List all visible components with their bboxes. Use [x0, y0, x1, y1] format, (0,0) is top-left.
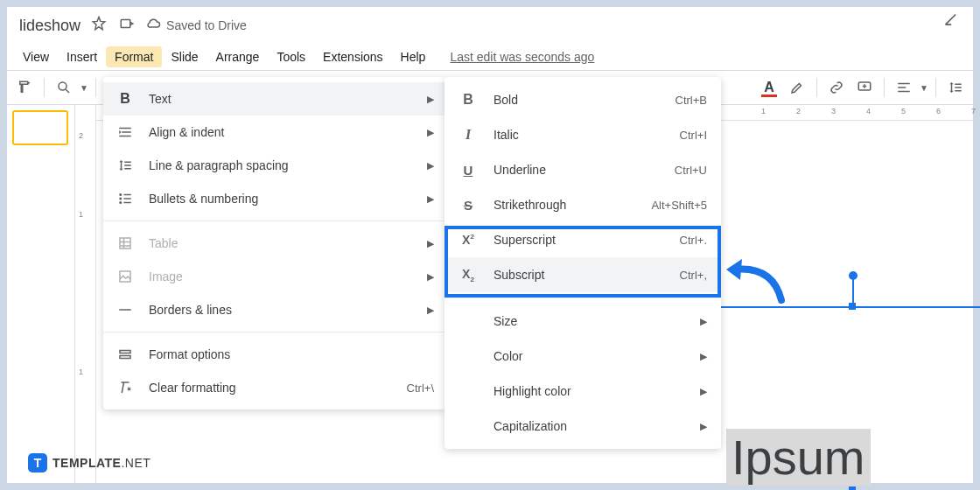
text-strike-item[interactable]: S Strikethrough Alt+Shift+5: [444, 187, 721, 222]
shortcut-label: Ctrl+B: [676, 94, 707, 107]
menu-label: Underline: [494, 163, 546, 177]
resize-handle[interactable]: [849, 486, 856, 490]
shortcut-label: Ctrl+U: [675, 164, 707, 177]
ruler-tick: 1: [761, 107, 766, 116]
separator: [884, 78, 885, 97]
format-text-item[interactable]: B Text ▶: [103, 82, 446, 116]
chevron-right-icon: ▶: [427, 127, 434, 138]
align-indent-icon: [116, 122, 135, 142]
text-color-item[interactable]: Color ▶: [444, 339, 721, 374]
shortcut-label: Ctrl+\: [407, 382, 434, 395]
text-italic-item[interactable]: I Italic Ctrl+I: [444, 117, 721, 152]
chevron-right-icon: ▶: [427, 271, 434, 283]
options-icon: [116, 345, 135, 364]
menu-label: Italic: [494, 128, 519, 142]
slide-thumbnail-1[interactable]: [12, 110, 68, 145]
text-box-selection[interactable]: Ipsum: [726, 306, 980, 490]
menu-divider: [103, 332, 446, 332]
menu-label: Format options: [149, 347, 230, 361]
link-icon[interactable]: [824, 75, 849, 100]
menu-label: Text: [149, 92, 172, 106]
format-clear-item[interactable]: Clear formatting Ctrl+\: [103, 371, 446, 404]
menu-label: Line & paragraph spacing: [149, 158, 289, 172]
chevron-icon[interactable]: [943, 12, 961, 33]
shortcut-label: Alt+Shift+5: [651, 199, 707, 212]
text-subscript-item[interactable]: X2 Subscript Ctrl+,: [444, 257, 721, 292]
menu-slide[interactable]: Slide: [162, 46, 206, 67]
paint-format-icon[interactable]: [12, 75, 37, 100]
superscript-icon: X2: [458, 230, 478, 249]
format-image-item: Image ▶: [103, 260, 446, 293]
align-icon[interactable]: [892, 75, 916, 100]
text-highlight-item[interactable]: Highlight color ▶: [444, 374, 721, 409]
text-bold-item[interactable]: B Bold Ctrl+B: [444, 82, 721, 117]
zoom-icon[interactable]: [52, 75, 76, 100]
ruler-tick: 2: [796, 107, 801, 116]
format-options-item[interactable]: Format options: [103, 338, 446, 371]
text-underline-item[interactable]: U Underline Ctrl+U: [444, 152, 721, 187]
template-logo-icon: T: [28, 453, 47, 472]
underline-icon: U: [458, 160, 478, 179]
menu-label: Capitalization: [494, 419, 567, 433]
menu-divider: [103, 220, 446, 221]
svg-rect-7: [120, 271, 130, 282]
format-spacing-item[interactable]: Line & paragraph spacing ▶: [103, 149, 446, 182]
menu-label: Highlight color: [494, 384, 571, 398]
text-size-item[interactable]: Size ▶: [444, 304, 721, 339]
svg-point-5: [119, 201, 122, 204]
text-superscript-item[interactable]: X2 Superscript Ctrl+.: [444, 222, 721, 257]
move-icon[interactable]: [119, 16, 135, 35]
menu-arrange[interactable]: Arrange: [207, 46, 269, 67]
format-align-item[interactable]: Align & indent ▶: [103, 116, 446, 149]
ruler-tick: 1: [79, 210, 83, 219]
blank-icon: [458, 312, 478, 331]
menu-extensions[interactable]: Extensions: [314, 46, 391, 67]
menu-label: Table: [149, 236, 178, 250]
borders-icon: [116, 300, 135, 319]
menu-divider: [444, 298, 721, 298]
chevron-right-icon: ▶: [427, 94, 434, 105]
text-submenu: B Bold Ctrl+B I Italic Ctrl+I U Underlin…: [444, 77, 721, 449]
align-chevron-icon[interactable]: ▼: [920, 83, 928, 93]
text-color-icon[interactable]: A: [757, 75, 781, 100]
ruler-tick: 6: [936, 107, 941, 116]
strikethrough-icon: S: [458, 195, 478, 214]
menu-format[interactable]: Format: [106, 46, 162, 67]
format-bullets-item[interactable]: Bullets & numbering ▶: [103, 182, 446, 215]
blank-icon: [458, 416, 478, 436]
text-cap-item[interactable]: Capitalization ▶: [444, 409, 721, 444]
format-borders-item[interactable]: Borders & lines ▶: [103, 293, 446, 326]
comment-icon[interactable]: [852, 75, 877, 100]
resize-handle[interactable]: [849, 303, 856, 310]
menu-tools[interactable]: Tools: [268, 46, 314, 67]
menu-view[interactable]: View: [14, 46, 58, 67]
svg-rect-8: [120, 351, 130, 354]
last-edit-link[interactable]: Last edit was seconds ago: [450, 50, 594, 64]
star-icon[interactable]: [91, 16, 107, 35]
menu-insert[interactable]: Insert: [58, 46, 106, 67]
chevron-right-icon: ▶: [700, 386, 707, 397]
spacing-icon: [116, 156, 135, 175]
menu-label: Strikethrough: [494, 198, 566, 212]
vertical-ruler: 2 1 1: [75, 105, 96, 483]
menu-label: Bullets & numbering: [149, 192, 258, 206]
selected-text[interactable]: Ipsum: [726, 429, 871, 486]
menu-help[interactable]: Help: [392, 46, 435, 67]
document-title[interactable]: lideshow: [19, 17, 80, 35]
svg-point-1: [59, 82, 66, 90]
ruler-tick: 5: [901, 107, 906, 116]
cloud-icon: [145, 17, 161, 35]
chevron-right-icon: ▶: [700, 421, 707, 432]
slide-thumbnails[interactable]: [7, 105, 75, 483]
highlight-icon[interactable]: [785, 75, 809, 100]
line-spacing-icon[interactable]: [943, 75, 968, 100]
menu-label: Subscript: [494, 268, 544, 282]
menu-label: Color: [494, 349, 522, 363]
format-dropdown: B Text ▶ Align & indent ▶ Line & paragra…: [103, 77, 446, 410]
ruler-tick: 7: [971, 107, 976, 116]
chevron-right-icon: ▶: [427, 160, 434, 172]
chevron-right-icon: ▶: [427, 238, 434, 249]
zoom-chevron-icon[interactable]: ▼: [80, 83, 88, 93]
clear-format-icon: [116, 378, 135, 397]
format-table-item: Table ▶: [103, 227, 446, 260]
